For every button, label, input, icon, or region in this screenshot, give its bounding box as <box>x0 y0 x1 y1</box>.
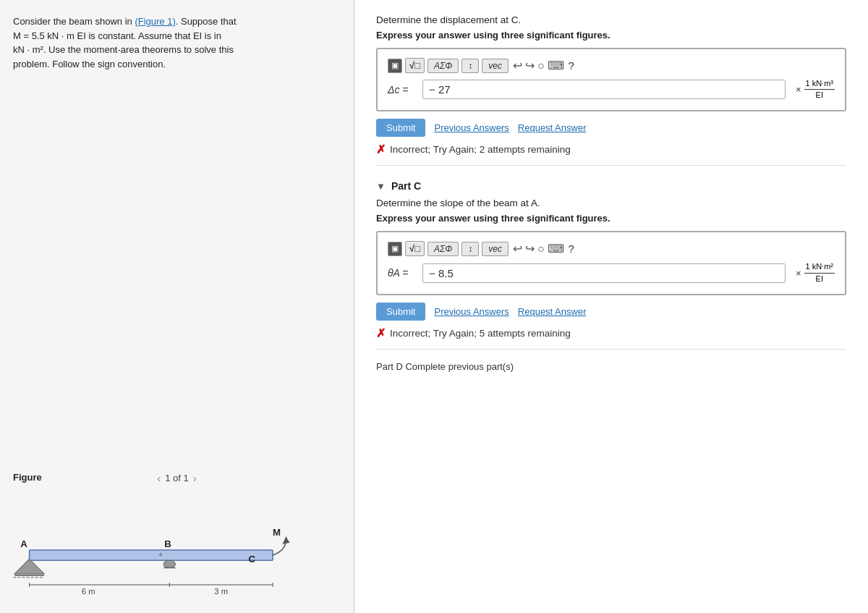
part-b-input-row: Δc = × 1 kN·m³ EI <box>388 79 835 100</box>
problem-line3: kN · m². Use the moment-area theorems to… <box>13 44 234 55</box>
part-c-title: Part C <box>391 180 421 192</box>
svg-text:A: A <box>20 538 27 549</box>
part-c-answer-box: ▣ √□ ΑΣΦ ↕ vec ↩ ↪ ○ ⌨ ? θA = × 1 kN·m² <box>376 231 846 295</box>
figure-link[interactable]: (Figure 1) <box>135 16 175 27</box>
part-b-units-numer: 1 kN·m³ <box>804 79 835 90</box>
section-divider-2 <box>376 349 846 350</box>
part-b-image-icon[interactable]: ▣ <box>388 59 402 73</box>
svg-marker-0 <box>14 559 44 573</box>
left-panel: Consider the beam shown in (Figure 1). S… <box>0 0 354 613</box>
part-c-express: Express your answer using three signific… <box>376 213 846 224</box>
right-panel: Determine the displacement at C. Express… <box>354 0 868 613</box>
beam-svg: A B C M 6 m 3 m + <box>7 490 346 606</box>
part-c-x-icon: ✗ <box>376 326 386 340</box>
part-b-units-denom: EI <box>814 90 825 100</box>
svg-text:C: C <box>248 554 255 565</box>
part-b-incorrect-msg: ✗ Incorrect; Try Again; 2 attempts remai… <box>376 143 846 156</box>
part-b-units: × 1 kN·m³ EI <box>796 79 835 100</box>
svg-rect-9 <box>30 550 273 560</box>
svg-text:6 m: 6 m <box>82 587 95 596</box>
part-b-prev-answers-link[interactable]: Previous Answers <box>434 122 509 133</box>
part-c-undo-icon[interactable]: ↩ <box>513 242 522 255</box>
part-c-arrow[interactable]: ▼ <box>376 181 386 192</box>
part-b-arrows-btn[interactable]: ↕ <box>461 59 479 73</box>
part-c-redo-icon[interactable]: ↪ <box>525 242 535 255</box>
part-c-submit-btn[interactable]: Submit <box>376 303 425 321</box>
part-b-help-icon[interactable]: ? <box>569 59 574 72</box>
svg-point-10 <box>163 560 175 567</box>
section-divider <box>376 165 846 166</box>
part-c-input-row: θA = × 1 kN·m² EI <box>388 262 835 283</box>
part-c-incorrect-text: Incorrect; Try Again; 5 attempts remaini… <box>390 328 571 339</box>
figure-next-arrow[interactable]: › <box>193 472 197 484</box>
part-b-express: Express your answer using three signific… <box>376 30 846 41</box>
part-c-determine: Determine the slope of the beam at A. <box>376 198 846 208</box>
part-c-image-icon[interactable]: ▣ <box>388 242 402 256</box>
part-c-request-answer-link[interactable]: Request Answer <box>518 306 587 317</box>
part-c-units-numer: 1 kN·m² <box>804 262 835 273</box>
figure-nav-text: 1 of 1 <box>165 473 189 483</box>
svg-text:3 m: 3 m <box>214 587 228 596</box>
part-c-help-icon[interactable]: ? <box>569 242 574 255</box>
figure-prev-arrow[interactable]: ‹ <box>157 472 161 484</box>
part-b-refresh-icon[interactable]: ○ <box>537 59 545 72</box>
part-c-section: Determine the slope of the beam at A. Ex… <box>376 198 846 344</box>
part-c-input[interactable] <box>422 263 786 283</box>
svg-text:M: M <box>273 527 281 538</box>
part-b-input[interactable] <box>422 80 786 99</box>
part-c-toolbar: ▣ √□ ΑΣΦ ↕ vec ↩ ↪ ○ ⌨ ? <box>388 241 835 256</box>
part-c-header: ▼ Part C <box>376 180 846 192</box>
part-b-sqrt-btn[interactable]: √□ <box>405 58 425 73</box>
part-b-undo-icon[interactable]: ↩ <box>513 59 522 72</box>
problem-line2: M = 5.5 kN · m EI is constant. Assume th… <box>13 30 221 41</box>
beam-diagram: A B C M 6 m 3 m + <box>7 490 346 606</box>
part-b-submit-row: Submit Previous Answers Request Answer <box>376 119 846 137</box>
part-c-arrows-btn[interactable]: ↕ <box>461 242 479 256</box>
figure-label: Figure <box>13 472 42 483</box>
part-c-sqrt-btn[interactable]: √□ <box>405 241 425 256</box>
part-c-units-denom: EI <box>814 274 825 284</box>
part-b-request-answer-link[interactable]: Request Answer <box>518 122 587 133</box>
part-c-submit-row: Submit Previous Answers Request Answer <box>376 303 846 321</box>
part-b-ase-btn[interactable]: ΑΣΦ <box>427 59 459 73</box>
part-b-submit-btn[interactable]: Submit <box>376 119 425 137</box>
part-b-x-icon: ✗ <box>376 143 386 156</box>
part-b-input-label: Δc = <box>388 84 417 96</box>
part-c-input-label: θA = <box>388 267 417 279</box>
part-c-keyboard-icon[interactable]: ⌨ <box>548 242 564 255</box>
part-b-answer-box: ▣ √□ ΑΣΦ ↕ vec ↩ ↪ ○ ⌨ ? Δc = × 1 kN·m³ <box>376 48 846 111</box>
svg-marker-15 <box>282 537 289 544</box>
part-c-ase-btn[interactable]: ΑΣΦ <box>427 242 459 256</box>
figure-nav: ‹ 1 of 1 › <box>157 472 197 484</box>
part-b-incorrect-text: Incorrect; Try Again; 2 attempts remaini… <box>390 144 571 155</box>
part-b-vec-btn[interactable]: vec <box>482 59 509 73</box>
problem-line1b: . Suppose that <box>176 16 237 27</box>
problem-description: Consider the beam shown in (Figure 1). S… <box>13 14 341 71</box>
part-b-toolbar: ▣ √□ ΑΣΦ ↕ vec ↩ ↪ ○ ⌨ ? <box>388 58 835 73</box>
part-c-units: × 1 kN·m² EI <box>796 262 835 283</box>
part-c-prev-answers-link[interactable]: Previous Answers <box>434 306 509 317</box>
part-d-text: Part D Complete previous part(s) <box>376 361 846 372</box>
problem-line1: Consider the beam shown in <box>13 16 135 27</box>
part-b-redo-icon[interactable]: ↪ <box>525 59 535 72</box>
part-c-incorrect-msg: ✗ Incorrect; Try Again; 5 attempts remai… <box>376 326 846 340</box>
part-c-vec-btn[interactable]: vec <box>482 242 509 256</box>
svg-text:+: + <box>158 551 163 559</box>
problem-line4: problem. Follow the sign convention. <box>13 59 166 69</box>
part-b-determine: Determine the displacement at C. <box>376 14 846 25</box>
part-c-refresh-icon[interactable]: ○ <box>537 242 545 255</box>
part-b-section: Determine the displacement at C. Express… <box>376 14 846 161</box>
svg-text:B: B <box>164 538 171 549</box>
part-b-keyboard-icon[interactable]: ⌨ <box>548 59 564 72</box>
